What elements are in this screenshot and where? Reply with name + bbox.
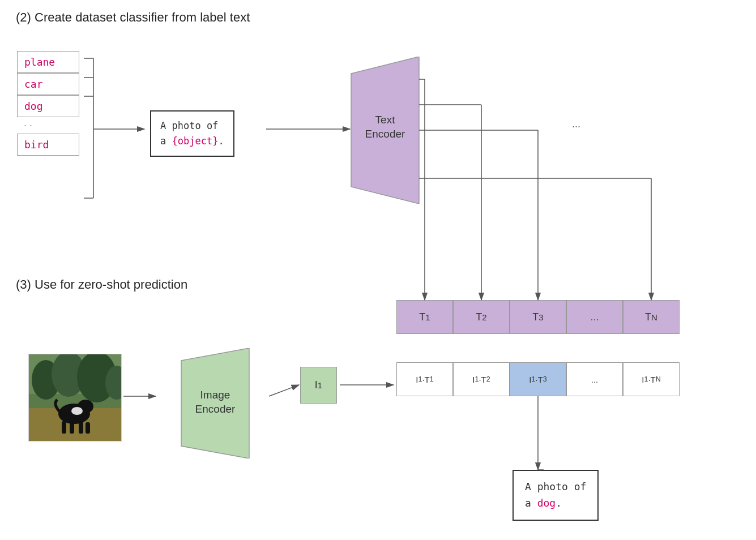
text-encoder-svg: Text Encoder: [328, 57, 442, 204]
dot-dots: ...: [566, 362, 623, 396]
svg-line-38: [269, 385, 299, 396]
label-bird: bird: [17, 134, 79, 156]
dot-i1t3: I1·T3: [510, 362, 566, 396]
svg-text:Encoder: Encoder: [365, 128, 405, 140]
dog-photo-svg: [29, 354, 122, 442]
svg-text:...: ...: [572, 118, 580, 130]
section1-title: (2) Create dataset classifier from label…: [16, 10, 250, 25]
i1-box: I1: [300, 367, 337, 404]
template-var: {object}: [172, 135, 218, 147]
label-dots1: · ·: [17, 117, 79, 134]
dog-photo: [28, 354, 122, 442]
label-list: plane car dog · · bird: [17, 51, 79, 156]
svg-text:Text: Text: [375, 114, 396, 126]
dot-i1t1: I1·T1: [396, 362, 453, 396]
col-t3: T3: [510, 300, 566, 334]
svg-rect-13: [70, 422, 74, 434]
label-plane: plane: [17, 51, 79, 73]
svg-rect-15: [86, 422, 90, 434]
dot-i1tn: I1·TN: [623, 362, 680, 396]
section2-title: (3) Use for zero-shot prediction: [16, 277, 187, 292]
text-encoder: Text Encoder: [328, 57, 442, 206]
dot-i1t2: I1·T2: [453, 362, 510, 396]
svg-point-16: [71, 407, 83, 415]
svg-text:Encoder: Encoder: [195, 403, 236, 415]
label-dog: dog: [17, 95, 79, 117]
svg-text:Image: Image: [200, 389, 230, 401]
col-tn: TN: [623, 300, 680, 334]
output-text-box: A photo ofa dog.: [512, 470, 599, 521]
svg-rect-14: [79, 421, 83, 434]
label-car: car: [17, 73, 79, 95]
template-box: A photo ofa {object}.: [150, 110, 234, 157]
col-dots: ...: [566, 300, 623, 334]
img-encoder-svg: Image Encoder: [159, 348, 272, 458]
img-encoder: Image Encoder: [159, 348, 272, 461]
svg-rect-12: [62, 421, 66, 434]
diagram-container: (2) Create dataset classifier from label…: [0, 0, 756, 540]
output-cols: T1 T2 T3 ... TN: [396, 300, 680, 334]
col-t2: T2: [453, 300, 510, 334]
output-var: dog: [537, 497, 556, 509]
col-t1: T1: [396, 300, 453, 334]
dot-cols: I1·T1 I1·T2 I1·T3 ... I1·TN: [396, 362, 680, 396]
